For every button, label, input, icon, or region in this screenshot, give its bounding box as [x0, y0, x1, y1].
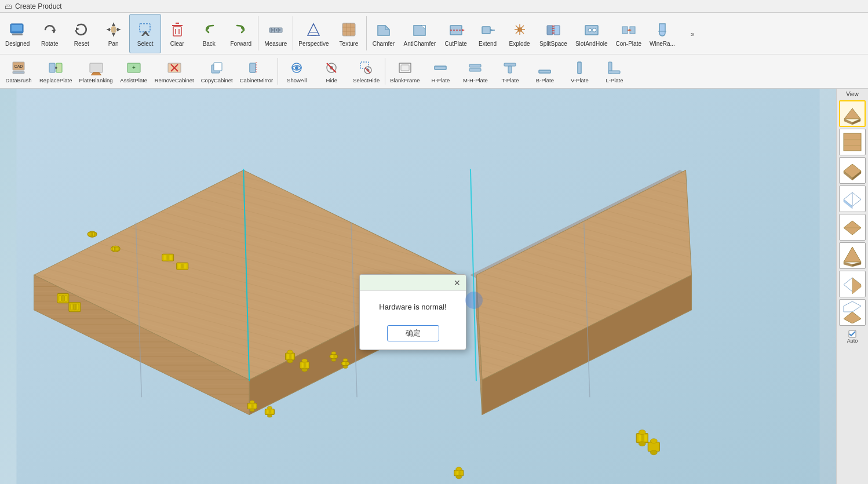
- auto-view-container: Auto: [847, 330, 858, 344]
- svg-rect-169: [251, 404, 253, 407]
- svg-rect-140: [59, 296, 61, 301]
- toolbar-showall-button[interactable]: ShowAll: [279, 56, 314, 87]
- svg-rect-163: [304, 363, 306, 367]
- blankframe-icon: [397, 60, 413, 76]
- toolbar-cabinetmirror-button[interactable]: CabinetMirror: [236, 56, 277, 87]
- svg-marker-232: [852, 278, 861, 294]
- svg-marker-7: [107, 28, 110, 31]
- svg-rect-62: [622, 27, 628, 34]
- svg-rect-146: [76, 304, 79, 310]
- svg-rect-99: [504, 63, 516, 66]
- clear-icon: [168, 20, 187, 39]
- svg-rect-217: [844, 133, 861, 151]
- toolbar-databrush-button[interactable]: CAD DataBrush: [1, 56, 36, 87]
- dialog-ok-button[interactable]: 确定: [387, 325, 439, 341]
- view-thumb-7[interactable]: [839, 299, 866, 326]
- title-icon: 🗃: [5, 2, 12, 10]
- toolbar-more-button[interactable]: »: [679, 14, 706, 53]
- toolbar-assistplate-button[interactable]: + AssistPlate: [116, 56, 151, 87]
- toolbar-slotandhole-button[interactable]: SlotAndHole: [571, 14, 612, 53]
- toolbar-forward-button[interactable]: Forward: [225, 14, 257, 53]
- svg-rect-156: [287, 354, 289, 359]
- toolbar-clear-button[interactable]: Clear: [161, 14, 193, 53]
- dialog-header: ✕: [360, 275, 466, 291]
- toolbar-hide-button[interactable]: Hide: [314, 56, 349, 87]
- toolbar-measure-button[interactable]: Measure: [260, 14, 291, 53]
- toolbar-explode-button[interactable]: Explode: [504, 14, 535, 53]
- toolbar-lplate-button[interactable]: L-Plate: [597, 56, 632, 87]
- svg-rect-71: [49, 63, 55, 72]
- svg-marker-35: [378, 26, 389, 35]
- toolbar-select-button[interactable]: Select: [129, 14, 161, 53]
- toolbar-selecthide-button[interactable]: SelectHide: [349, 56, 384, 87]
- rotate-icon: [41, 20, 59, 39]
- winera-icon: [653, 20, 672, 39]
- svg-marker-234: [844, 301, 861, 312]
- svg-marker-229: [844, 262, 852, 267]
- auto-checkbox[interactable]: [848, 330, 856, 338]
- toolbar-bplate-button[interactable]: B-Plate: [527, 56, 562, 87]
- toolbar-texture-button[interactable]: Texture: [333, 14, 365, 53]
- svg-rect-137: [116, 247, 118, 250]
- toolbar-winera-button[interactable]: WineRa...: [645, 14, 679, 53]
- toolbar-replaceplate-button[interactable]: ReplacePlate: [36, 56, 76, 87]
- main-area: ✕ Hardware is normal! 确定 View: [0, 89, 868, 484]
- svg-point-178: [267, 414, 272, 417]
- svg-rect-131: [91, 232, 93, 236]
- antichamfer-icon: [410, 20, 429, 39]
- view-thumb-1[interactable]: [839, 129, 866, 155]
- tplate-icon: [502, 60, 518, 76]
- svg-rect-152: [178, 264, 181, 268]
- svg-marker-214: [844, 108, 860, 119]
- view-thumb-2[interactable]: [839, 157, 866, 184]
- toolbar-blankframe-button[interactable]: BlankFrame: [386, 56, 423, 87]
- toolbar-antichamfer-button[interactable]: AntiChamfer: [400, 14, 440, 53]
- view-thumb-3[interactable]: [839, 185, 866, 212]
- sep1: [258, 16, 258, 50]
- svg-point-159: [287, 350, 293, 354]
- svg-marker-3: [52, 30, 56, 32]
- toolbar-extend-button[interactable]: Extend: [472, 14, 504, 53]
- toolbar-designed-button[interactable]: Designed: [1, 14, 34, 53]
- view-thumb-6[interactable]: [839, 271, 866, 297]
- svg-rect-209: [345, 362, 347, 365]
- svg-marker-5: [112, 23, 115, 26]
- toolbar-pan-button[interactable]: Pan: [97, 14, 129, 53]
- toolbar-vplate-button[interactable]: V-Plate: [562, 56, 597, 87]
- extend-icon: [479, 20, 497, 39]
- hide-icon: [323, 60, 340, 76]
- splitspace-icon: [544, 20, 563, 39]
- toolbar-mhplate-button[interactable]: M-H-Plate: [458, 56, 493, 87]
- svg-point-198: [456, 467, 462, 471]
- viewport[interactable]: ✕ Hardware is normal! 确定: [0, 89, 836, 484]
- toolbar-rotate-button[interactable]: Rotate: [34, 14, 65, 53]
- toolbar-hplate-button[interactable]: H-Plate: [423, 56, 458, 87]
- removecabinet-icon: [166, 60, 183, 76]
- svg-marker-4: [76, 27, 79, 31]
- view-thumb-4[interactable]: [839, 214, 866, 241]
- toolbar-perspective-button[interactable]: Perspective: [294, 14, 333, 53]
- svg-rect-208: [343, 362, 345, 365]
- view-thumb-5[interactable]: [839, 242, 866, 269]
- toolbar-cutplate-button[interactable]: CutPlate: [440, 14, 472, 53]
- toolbar-splitspace-button[interactable]: SplitSpace: [535, 14, 571, 53]
- toolbar-chamfer-button[interactable]: Chamfer: [368, 14, 400, 53]
- svg-rect-97: [469, 64, 481, 67]
- dialog-close-button[interactable]: ✕: [452, 278, 462, 288]
- svg-rect-133: [94, 232, 96, 236]
- svg-rect-98: [469, 68, 481, 71]
- toolbar-conplate-button[interactable]: Con-Plate: [612, 14, 645, 53]
- hplate-icon: [432, 60, 448, 76]
- svg-rect-104: [608, 71, 620, 74]
- toolbar-reset-button[interactable]: Reset: [65, 14, 97, 53]
- svg-rect-61: [592, 28, 596, 32]
- view-thumb-0[interactable]: [839, 100, 866, 127]
- toolbar-back-button[interactable]: Back: [193, 14, 225, 53]
- toolbar-copycabinet-button[interactable]: CopyCabinet: [198, 56, 236, 87]
- toolbar-removecabinet-button[interactable]: RemoveCabinet: [151, 56, 198, 87]
- svg-rect-168: [249, 404, 251, 407]
- toolbar-tplate-button[interactable]: T-Plate: [493, 56, 527, 87]
- toolbar-top: Designed Rotate Reset: [0, 13, 868, 54]
- toolbar-plateblanking-button[interactable]: PlateBlanking: [76, 56, 116, 87]
- view-panel: View: [836, 89, 868, 484]
